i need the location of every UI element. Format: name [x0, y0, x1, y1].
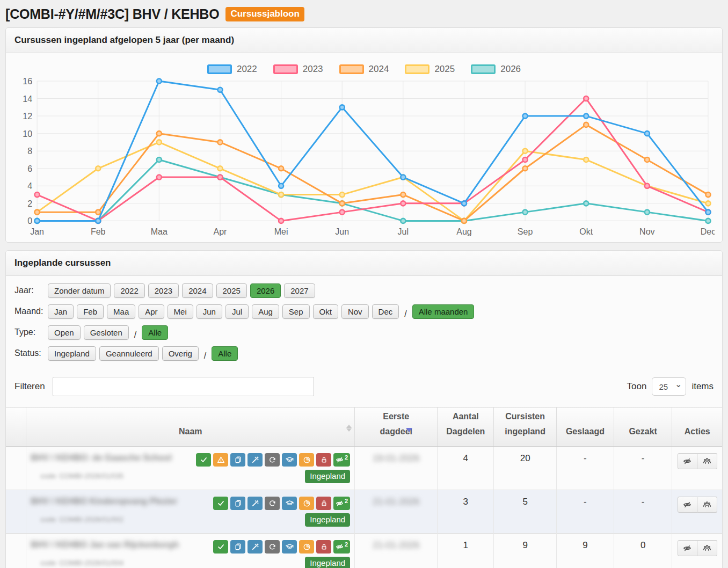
filter-label-jaar: Jaar:	[14, 283, 48, 295]
show-label: Toon	[627, 381, 647, 392]
graduation-icon[interactable]	[282, 453, 297, 467]
view-action-button[interactable]	[678, 497, 697, 513]
copy-icon[interactable]	[230, 453, 245, 467]
courses-table: NaamEerstedagdeelAantalDagdelenCursisten…	[6, 407, 722, 568]
filter-maand-sep[interactable]: Sep	[282, 304, 310, 319]
legend-swatch-2023	[273, 64, 298, 74]
eye-icon[interactable]: 2	[333, 453, 350, 467]
svg-text:Dec: Dec	[701, 227, 715, 236]
view-action-button[interactable]	[678, 540, 697, 556]
column-header-aantal-dagdelen[interactable]: AantalDagdelen	[438, 407, 494, 447]
participants-action-button[interactable]	[697, 453, 717, 469]
filter-jaar-2024[interactable]: 2024	[182, 283, 213, 298]
legend-item-2023[interactable]: 2023	[273, 64, 323, 75]
legend-item-2025[interactable]: 2025	[405, 64, 455, 75]
participants-action-button[interactable]	[697, 540, 717, 556]
wand-icon[interactable]	[247, 497, 263, 510]
chart-panel-title: Cursussen ingepland afgelopen 5 jaar (pe…	[6, 28, 722, 53]
svg-text:14: 14	[23, 94, 32, 104]
filter-jaar-2022[interactable]: 2022	[114, 283, 144, 298]
status-badge: Ingepland	[305, 557, 350, 568]
filter-input[interactable]	[53, 377, 314, 396]
legend-item-2026[interactable]: 2026	[471, 64, 521, 75]
wand-icon[interactable]	[247, 540, 263, 554]
eye-icon[interactable]: 2	[333, 497, 350, 510]
filter-maand-maa[interactable]: Maa	[107, 304, 135, 319]
svg-text:Maa: Maa	[151, 227, 168, 236]
lock-icon[interactable]	[316, 540, 331, 554]
check-icon[interactable]	[196, 453, 211, 467]
legend-item-2024[interactable]: 2024	[339, 64, 389, 75]
filter-maand-alle-maanden[interactable]: Alle maanden	[412, 304, 475, 319]
legend-item-2022[interactable]: 2022	[207, 64, 257, 75]
graduation-icon[interactable]	[282, 497, 297, 510]
column-header-cursisten-ingepland[interactable]: Cursisteningepland	[494, 407, 557, 447]
filter-jaar-2025[interactable]: 2025	[216, 283, 247, 298]
filter-status-overig[interactable]: Overig	[162, 346, 199, 361]
chart-legend: 20222023202420252026	[13, 64, 715, 75]
filter-type-gesloten[interactable]: Gesloten	[84, 325, 129, 340]
filter-jaar-2023[interactable]: 2023	[148, 283, 179, 298]
copy-icon[interactable]	[230, 497, 245, 510]
course-name-link[interactable]: BHV / KEHBO Kinderopvang Plezier	[31, 497, 177, 506]
wand-icon[interactable]	[247, 453, 263, 467]
column-header-geslaagd[interactable]: Geslaagd	[557, 407, 614, 447]
filter-maand-apr[interactable]: Apr	[139, 304, 164, 319]
filter-separator: /	[404, 309, 406, 319]
courses-panel: Ingeplande cursussen Jaar:Zonder datum20…	[5, 250, 723, 568]
filter-type-open[interactable]: Open	[48, 325, 81, 340]
column-header-gezakt[interactable]: Gezakt	[614, 407, 672, 447]
recycle-icon[interactable]	[265, 540, 280, 554]
filter-maand-jan[interactable]: Jan	[48, 304, 74, 319]
filter-jaar-zonder-datum[interactable]: Zonder datum	[48, 283, 111, 298]
recycle-icon[interactable]	[265, 453, 280, 467]
graduation-icon[interactable]	[282, 540, 297, 554]
course-name-link[interactable]: BHV / KEHBO: de Gaasche School	[31, 453, 171, 463]
filter-status-alle[interactable]: Alle	[212, 346, 238, 361]
check-icon[interactable]	[213, 497, 228, 510]
legend-label-2023: 2023	[303, 64, 323, 75]
svg-text:16: 16	[23, 77, 32, 86]
recycle-icon[interactable]	[265, 497, 280, 510]
filter-jaar-2026[interactable]: 2026	[250, 283, 281, 298]
eye-icon[interactable]: 2	[333, 540, 350, 554]
filter-maand-nov[interactable]: Nov	[341, 304, 369, 319]
check-icon[interactable]	[213, 540, 228, 554]
filter-maand-aug[interactable]: Aug	[252, 304, 279, 319]
page-size-select[interactable]: 25	[652, 377, 686, 396]
passed-cell: -	[557, 447, 614, 490]
legend-label-2022: 2022	[237, 64, 257, 75]
legend-label-2025: 2025	[434, 64, 455, 75]
pie-icon[interactable]	[299, 497, 314, 510]
actions-cell	[672, 490, 722, 534]
filter-type-alle[interactable]: Alle	[142, 325, 168, 340]
chart-body: 20222023202420252026 0246810121416JanFeb…	[6, 53, 722, 242]
lock-icon[interactable]	[316, 453, 331, 467]
line-chart: 0246810121416JanFebMaaAprMeiJunJulAugSep…	[13, 77, 715, 241]
filter-status-geannuleerd[interactable]: Geannuleerd	[99, 346, 159, 361]
filter-status-ingepland[interactable]: Ingepland	[48, 346, 96, 361]
filter-separator: /	[204, 351, 206, 361]
legend-label-2024: 2024	[369, 64, 389, 75]
pie-icon[interactable]	[299, 540, 314, 554]
filter-maand-jun[interactable]: Jun	[196, 304, 222, 319]
sort-desc-icon	[406, 428, 412, 432]
filter-jaar-2027[interactable]: 2027	[284, 283, 315, 298]
view-action-button[interactable]	[678, 453, 697, 469]
column-header-naam[interactable]: Naam	[26, 407, 355, 447]
course-name-link[interactable]: BHV / KEHBO Jan van Rijckenborgh	[31, 540, 179, 550]
filter-maand-dec[interactable]: Dec	[372, 304, 399, 319]
table-body: BHV / KEHBO: de Gaasche School2code: COM…	[6, 447, 722, 568]
filter-row-status: Status:IngeplandGeannuleerdOverig/Alle	[14, 346, 714, 363]
column-header-eerste-dagdeel[interactable]: Eerstedagdeel	[355, 407, 438, 447]
warning-icon[interactable]	[213, 453, 228, 467]
filter-maand-jul[interactable]: Jul	[225, 304, 249, 319]
eye-count: 2	[345, 454, 348, 461]
participants-action-button[interactable]	[697, 497, 717, 513]
filter-maand-okt[interactable]: Okt	[313, 304, 338, 319]
filter-maand-mei[interactable]: Mei	[168, 304, 193, 319]
filter-maand-feb[interactable]: Feb	[77, 304, 104, 319]
pie-icon[interactable]	[299, 453, 314, 467]
lock-icon[interactable]	[316, 497, 331, 510]
copy-icon[interactable]	[230, 540, 245, 554]
